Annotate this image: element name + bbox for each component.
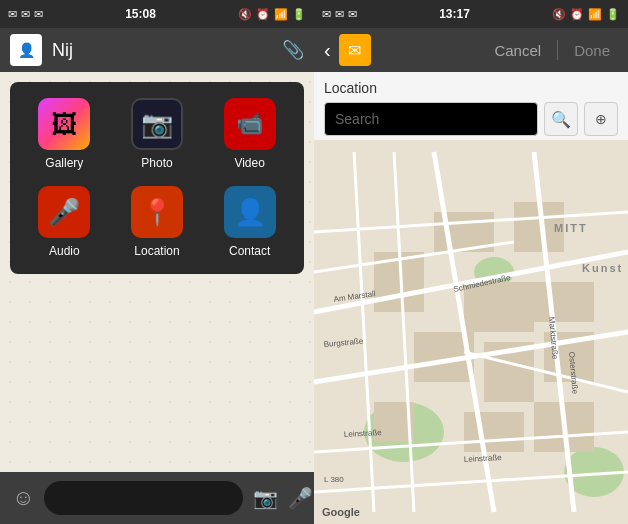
mute-icon: 🔇 — [238, 8, 252, 21]
camera-button[interactable]: 📷 — [253, 486, 278, 510]
svg-text:MITT: MITT — [554, 222, 588, 234]
mail2-icon: ✉ — [21, 8, 30, 21]
photo-label: Photo — [141, 156, 172, 170]
google-watermark: Google — [322, 506, 360, 518]
gallery-label: Gallery — [45, 156, 83, 170]
right-panel: ✉ ✉ ✉ 13:17 🔇 ⏰ 📶 🔋 ‹ ✉ Cancel Done Loca… — [314, 0, 628, 524]
search-icon: 🔍 — [551, 110, 571, 129]
gallery-option[interactable]: 🖼 Gallery — [26, 98, 103, 170]
search-placeholder-text: Search — [335, 111, 379, 127]
attachment-icon[interactable]: 📎 — [282, 39, 304, 61]
contact-label: Contact — [229, 244, 270, 258]
gallery-icon: 🖼 — [51, 109, 77, 140]
video-option[interactable]: 📹 Video — [211, 98, 288, 170]
contact-icon: 👤 — [234, 197, 266, 228]
contact-option[interactable]: 👤 Contact — [211, 186, 288, 258]
right-time: 13:17 — [439, 7, 470, 21]
right-mail-icon: ✉ — [322, 8, 331, 21]
right-mail3-icon: ✉ — [348, 8, 357, 21]
alarm-icon: ⏰ — [256, 8, 270, 21]
title-bar-right: ‹ ✉ Cancel Done — [314, 28, 628, 72]
signal-icon: 📶 — [274, 8, 288, 21]
message-input[interactable] — [44, 481, 243, 515]
locate-button[interactable]: ⊕ — [584, 102, 618, 136]
right-battery-icon: 🔋 — [606, 8, 620, 21]
chat-title: Nij — [52, 40, 272, 61]
search-box[interactable]: Search — [324, 102, 538, 136]
video-icon: 📹 — [236, 111, 263, 137]
right-alarm-icon: ⏰ — [570, 8, 584, 21]
location-header: Location Search 🔍 ⊕ — [314, 72, 628, 140]
right-status-icons-left: ✉ ✉ ✉ — [322, 8, 357, 21]
bottom-bar-left: ☺ 📷 🎤 — [0, 472, 314, 524]
mail3-icon: ✉ — [34, 8, 43, 21]
mic-button[interactable]: 🎤 — [288, 486, 313, 510]
email-icon: ✉ — [339, 34, 371, 66]
svg-text:L 380: L 380 — [324, 475, 344, 484]
emoji-button[interactable]: ☺ — [12, 485, 34, 511]
location-option[interactable]: 📍 Location — [119, 186, 196, 258]
photo-icon-wrapper: 📷 — [131, 98, 183, 150]
audio-icon: 🎤 — [48, 197, 80, 228]
location-icon-wrapper: 📍 — [131, 186, 183, 238]
status-bar-left: ✉ ✉ ✉ 15:08 🔇 ⏰ 📶 🔋 — [0, 0, 314, 28]
svg-rect-13 — [464, 412, 524, 452]
left-right-icons: 🔇 ⏰ 📶 🔋 — [238, 8, 306, 21]
avatar-icon: 👤 — [18, 42, 35, 58]
right-signal-icon: 📶 — [588, 8, 602, 21]
right-mail2-icon: ✉ — [335, 8, 344, 21]
done-button[interactable]: Done — [566, 38, 618, 63]
map-area[interactable]: Am Marstall Burgstraße Schmiedestraße Le… — [314, 140, 628, 524]
chat-background: 🖼 Gallery 📷 Photo 📹 Video — [0, 72, 314, 472]
photo-option[interactable]: 📷 Photo — [119, 98, 196, 170]
video-icon-wrapper: 📹 — [224, 98, 276, 150]
status-bar-right: ✉ ✉ ✉ 13:17 🔇 ⏰ 📶 🔋 — [314, 0, 628, 28]
right-status-icons-right: 🔇 ⏰ 📶 🔋 — [552, 8, 620, 21]
search-button[interactable]: 🔍 — [544, 102, 578, 136]
gallery-icon-wrapper: 🖼 — [38, 98, 90, 150]
location-icon: 📍 — [141, 197, 173, 228]
audio-icon-wrapper: 🎤 — [38, 186, 90, 238]
contact-icon-wrapper: 👤 — [224, 186, 276, 238]
left-status-icons: ✉ ✉ ✉ — [8, 8, 43, 21]
right-mute-icon: 🔇 — [552, 8, 566, 21]
map-svg: Am Marstall Burgstraße Schmiedestraße Le… — [314, 140, 628, 524]
svg-text:Kunst: Kunst — [582, 262, 623, 274]
title-divider — [557, 40, 558, 60]
photo-icon: 📷 — [141, 109, 173, 140]
video-label: Video — [234, 156, 264, 170]
location-label: Location — [134, 244, 179, 258]
svg-rect-8 — [534, 282, 594, 322]
title-bar-left: 👤 Nij 📎 — [0, 28, 314, 72]
location-title: Location — [324, 80, 618, 96]
envelope-icon: ✉ — [348, 41, 361, 60]
mail-icon: ✉ — [8, 8, 17, 21]
audio-label: Audio — [49, 244, 80, 258]
battery-icon: 🔋 — [292, 8, 306, 21]
left-panel: ✉ ✉ ✉ 15:08 🔇 ⏰ 📶 🔋 👤 Nij 📎 🖼 Gallery — [0, 0, 314, 524]
search-row: Search 🔍 ⊕ — [324, 102, 618, 136]
left-time: 15:08 — [125, 7, 156, 21]
cancel-button[interactable]: Cancel — [486, 38, 549, 63]
avatar: 👤 — [10, 34, 42, 66]
audio-option[interactable]: 🎤 Audio — [26, 186, 103, 258]
attachment-menu: 🖼 Gallery 📷 Photo 📹 Video — [10, 82, 304, 274]
crosshair-icon: ⊕ — [595, 111, 607, 127]
back-button[interactable]: ‹ — [324, 39, 331, 62]
